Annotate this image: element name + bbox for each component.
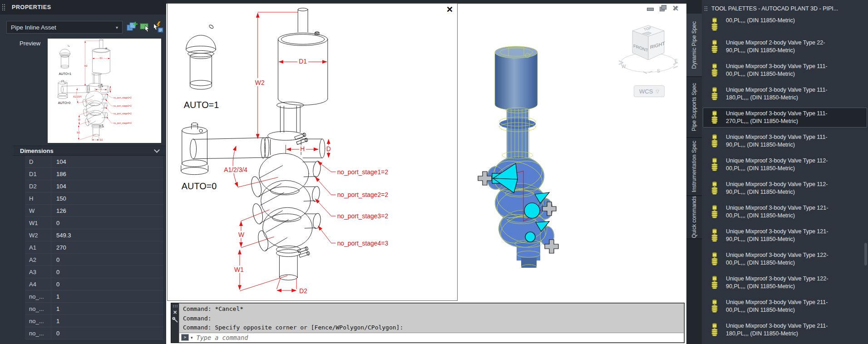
property-name: no_...	[25, 315, 51, 327]
valve-3d-model[interactable]	[463, 41, 577, 268]
property-row[interactable]: no_... 1	[25, 290, 163, 303]
palette-item-label-line1: Unique Mixproof 3-body Valve Type 112-	[726, 157, 828, 165]
property-value[interactable]: 0	[51, 220, 59, 226]
quick-select-button[interactable]	[151, 21, 163, 33]
property-name: no_...	[25, 303, 51, 315]
command-grip-icon[interactable]	[173, 305, 178, 308]
wcs-control[interactable]: WCS ▽	[634, 85, 665, 97]
palette-tab[interactable]: Dynamic Pipe Spec	[686, 14, 702, 77]
preview-pane	[48, 39, 161, 143]
command-input[interactable]: > ▾ Type a command	[179, 333, 684, 343]
close-icon[interactable]: ✕	[672, 5, 680, 12]
asset-preview-dialog: ✕	[167, 3, 458, 301]
property-value[interactable]: 549.3	[51, 232, 71, 239]
tool-palettes-title-bar[interactable]: TOOL PALETTES - AUTOCAD PLANT 3D - PIPI.…	[702, 3, 868, 15]
property-value[interactable]: 1	[51, 293, 59, 300]
valve-icon	[710, 275, 720, 289]
property-row[interactable]: no_... 1	[25, 315, 163, 327]
palette-tab-label: Dynamic Pipe Spec	[691, 21, 697, 69]
command-close-icon[interactable]: ✕	[173, 310, 177, 315]
property-value[interactable]: 0	[51, 330, 59, 337]
property-row[interactable]: W 126	[25, 205, 163, 217]
wcs-dropdown-icon: ▽	[656, 89, 659, 94]
palette-item-label-line1: Unique Mixproof 3-body Valve Type 111-	[726, 110, 828, 118]
property-row[interactable]: D2 104	[25, 180, 163, 192]
palette-item[interactable]: Unique Mixproof 3-body Valve Type 112- 0…	[703, 155, 867, 175]
palette-item[interactable]: Unique Mixproof 3-body Valve Type 111- 0…	[703, 60, 867, 80]
palette-item[interactable]: Unique Mixproof 3-body Valve Type 112- 9…	[703, 178, 867, 198]
palette-item-label-line2: 00,PL,,, (DIN 11850-Metric)	[726, 165, 828, 172]
property-value[interactable]: 1	[51, 318, 59, 324]
palette-item[interactable]: Unique Mixproof 3-body Valve Type 211- 1…	[703, 320, 867, 340]
palette-grip-icon[interactable]	[2, 4, 5, 11]
palette-item[interactable]: Unique Mixproof 3-body Valve Type 122- 0…	[703, 249, 867, 269]
palette-item[interactable]: Unique Mixproof 3-body Valve Type 111- 9…	[703, 131, 867, 151]
property-value[interactable]: 0	[51, 281, 59, 288]
palette-tab[interactable]: Pipe Supports Spec	[686, 77, 702, 138]
palette-tabs-strip: Dynamic Pipe Spec Pipe Supports Spec Ins…	[686, 0, 702, 344]
palette-tab[interactable]: Instrumentation Spec	[686, 138, 702, 196]
toggle-pickadd-button[interactable]	[125, 21, 138, 33]
palette-item[interactable]: Unique Mixproof 3-body Valve Type 111- 2…	[703, 108, 867, 128]
select-objects-button[interactable]	[138, 21, 151, 33]
property-value[interactable]: 104	[51, 158, 66, 165]
property-row[interactable]: A1 270	[25, 241, 163, 254]
palette-item[interactable]: Unique Mixproof 3-body Valve Type 122- 9…	[703, 273, 867, 293]
property-row[interactable]: D1 186	[25, 168, 163, 180]
drawing-canvas[interactable]: W S E TOP FRONT RIGHT WCS ▽ ✕ ✕	[166, 0, 686, 344]
property-name: D1	[25, 168, 51, 180]
customize-wrench-icon[interactable]	[172, 317, 178, 323]
command-window-handle[interactable]: ✕	[171, 303, 179, 343]
property-value[interactable]: 270	[51, 244, 66, 251]
palette-item[interactable]: Unique Mixproof 3-body Valve Type 121- 9…	[703, 226, 867, 246]
property-value[interactable]: 104	[51, 183, 66, 190]
valve-icon	[710, 252, 720, 265]
scrollbar-thumb[interactable]	[864, 243, 867, 265]
command-history-line: Command: Specify opposite corner or [Fen…	[183, 323, 684, 333]
property-name: D2	[25, 180, 51, 192]
palette-item[interactable]: Unique Mixproof 3-body Valve Type 211- 0…	[703, 296, 867, 316]
tool-palettes-title: TOOL PALETTES - AUTOCAD PLANT 3D - PIPI.…	[711, 5, 838, 12]
property-row[interactable]: D 104	[25, 156, 163, 168]
property-row[interactable]: W1 0	[25, 217, 163, 229]
command-history[interactable]: Command: *Cancel* Command: Command: Spec…	[179, 303, 684, 333]
palette-item-label-line1: Unique Mixproof 3-body Valve Type 111-	[726, 63, 828, 70]
property-value[interactable]: 0	[51, 256, 59, 263]
property-row[interactable]: A3 0	[25, 266, 163, 278]
palette-item-label-line1: Unique Mixproof 3-body Valve Type 121-	[726, 204, 828, 212]
palette-item[interactable]: 00,PL,,, (DIN 11850-Metric)	[703, 15, 867, 33]
command-prompt-icon[interactable]: >	[181, 334, 189, 341]
palette-tab[interactable]: Quick commands	[686, 196, 702, 239]
palette-tab-label: Quick commands	[691, 196, 697, 238]
restore-icon[interactable]	[659, 5, 667, 12]
recent-commands-icon[interactable]: ▾	[191, 335, 193, 340]
command-history-line: Command:	[183, 314, 684, 324]
palette-item[interactable]: Unique Mixproof 3-body Valve Type 121- 0…	[703, 202, 867, 222]
property-value[interactable]: 150	[51, 195, 66, 202]
property-value[interactable]: 1	[51, 305, 59, 312]
palette-item-label-line1: Unique Mixproof 3-body Valve Type 111-	[726, 86, 828, 94]
property-row[interactable]: H 150	[25, 192, 163, 205]
palette-item[interactable]: Unique Mixproof 3-body Valve Type 111- 1…	[703, 84, 867, 104]
compass-west: W	[621, 64, 626, 69]
property-row[interactable]: no_... 0	[25, 327, 163, 339]
object-type-dropdown[interactable]: Pipe Inline Asset ▾	[6, 21, 123, 34]
palette-item-label-line1: Unique Mixproof 3-body Valve Type 211-	[726, 322, 828, 330]
property-row[interactable]: A4 0	[25, 278, 163, 290]
property-value[interactable]: 186	[51, 171, 66, 177]
property-value[interactable]: 0	[51, 269, 59, 275]
palette-item-label-line2: 90,PL,,, (DIN 11850-Metric)	[726, 141, 828, 149]
dimensions-table: D 104 D1 186 D2 104 H 150	[25, 156, 163, 339]
property-row[interactable]: no_... 1	[25, 303, 163, 315]
property-value[interactable]: 126	[51, 207, 66, 214]
collapse-chevron-icon[interactable]	[154, 147, 160, 153]
property-row[interactable]: A2 0	[25, 254, 163, 266]
properties-palette: PROPERTIES Pipe Inline Asset ▾	[0, 0, 166, 344]
toggle-pickadd-icon	[126, 21, 138, 33]
palette-item[interactable]: Unique Mixproof 2-body Valve Type 22- 90…	[703, 37, 867, 57]
property-row[interactable]: W2 549.3	[25, 229, 163, 241]
minimize-icon[interactable]	[646, 5, 654, 12]
properties-title-bar[interactable]: PROPERTIES	[0, 0, 166, 15]
dimensions-section-header[interactable]: Dimensions	[14, 146, 165, 156]
palette-grip-icon[interactable]	[704, 6, 708, 11]
